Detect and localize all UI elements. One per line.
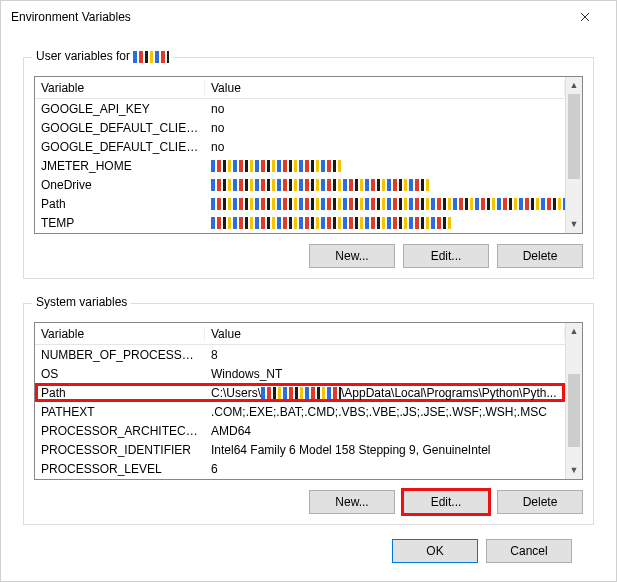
table-row[interactable]: JMETER_HOME [35,156,565,175]
table-row[interactable]: OneDrive [35,175,565,194]
system-list-scrollbar[interactable]: ▲ ▼ [565,323,582,479]
cell-variable: PROCESSOR_ARCHITECTURE [35,424,205,438]
scroll-track[interactable] [566,340,582,462]
cell-value: 8 [205,348,565,362]
user-header-variable[interactable]: Variable [35,81,205,95]
cell-variable: NUMBER_OF_PROCESSORS [35,348,205,362]
scroll-track[interactable] [566,94,582,216]
table-row[interactable]: Path [35,194,565,213]
user-button-row: New... Edit... Delete [34,244,583,268]
system-delete-button[interactable]: Delete [497,490,583,514]
table-row[interactable]: PROCESSOR_LEVEL6 [35,459,565,478]
cell-value: 6 [205,462,565,476]
cell-value: no [205,121,565,135]
table-row[interactable]: PROCESSOR_ARCHITECTUREAMD64 [35,421,565,440]
cell-variable: OneDrive [35,178,205,192]
cell-variable: TEMP [35,216,205,230]
scroll-thumb[interactable] [568,94,580,179]
cell-value: Intel64 Family 6 Model 158 Stepping 9, G… [205,443,565,457]
system-variables-list[interactable]: Variable Value NUMBER_OF_PROCESSORS8OSWi… [34,322,583,480]
system-edit-button[interactable]: Edit... [403,490,489,514]
system-header-value[interactable]: Value [205,327,565,341]
cell-value: Windows_NT [205,367,565,381]
system-variables-legend: System variables [32,295,131,309]
cell-variable: OS [35,367,205,381]
cell-value: C:\Users\\AppData\Local\Programs\Python\… [205,386,565,400]
cancel-button[interactable]: Cancel [486,539,572,563]
titlebar: Environment Variables [1,1,616,33]
user-list-scrollbar[interactable]: ▲ ▼ [565,77,582,233]
scroll-up-icon[interactable]: ▲ [566,323,582,340]
cell-variable: PROCESSOR_LEVEL [35,462,205,476]
user-variables-legend: User variables for [32,49,173,63]
scroll-up-icon[interactable]: ▲ [566,77,582,94]
user-legend-prefix: User variables for [36,49,133,63]
cell-variable: GOOGLE_API_KEY [35,102,205,116]
close-icon[interactable] [564,3,606,31]
table-row[interactable]: GOOGLE_DEFAULT_CLIENT_...no [35,137,565,156]
system-button-row: New... Edit... Delete [34,490,583,514]
user-variables-list[interactable]: Variable Value GOOGLE_API_KEYnoGOOGLE_DE… [34,76,583,234]
user-new-button[interactable]: New... [309,244,395,268]
cell-variable: Path [35,386,205,400]
table-row[interactable]: PathC:\Users\\AppData\Local\Programs\Pyt… [35,383,565,402]
system-header-variable[interactable]: Variable [35,327,205,341]
env-vars-dialog: Environment Variables User variables for… [0,0,617,582]
table-row[interactable]: TEMP [35,213,565,232]
cell-variable: GOOGLE_DEFAULT_CLIENT_... [35,140,205,154]
cell-value [205,178,565,192]
table-row[interactable]: GOOGLE_DEFAULT_CLIENT_IDno [35,118,565,137]
table-row[interactable]: PATHEXT.COM;.EXE;.BAT;.CMD;.VBS;.VBE;.JS… [35,402,565,421]
cell-value: no [205,140,565,154]
dialog-content: User variables for Variable Value GOOGLE… [1,33,616,581]
user-header-value[interactable]: Value [205,81,565,95]
table-row[interactable]: GOOGLE_API_KEYno [35,99,565,118]
system-list-header[interactable]: Variable Value [35,323,565,345]
cell-variable: PROCESSOR_IDENTIFIER [35,443,205,457]
table-row[interactable]: NUMBER_OF_PROCESSORS8 [35,345,565,364]
ok-button[interactable]: OK [392,539,478,563]
scroll-down-icon[interactable]: ▼ [566,216,582,233]
cell-variable: Path [35,197,205,211]
system-new-button[interactable]: New... [309,490,395,514]
window-title: Environment Variables [11,10,564,24]
cell-variable: PATHEXT [35,405,205,419]
user-list-header[interactable]: Variable Value [35,77,565,99]
redacted-value [211,160,341,172]
username-redacted [133,51,169,63]
user-variables-group: User variables for Variable Value GOOGLE… [23,57,594,279]
cell-value: AMD64 [205,424,565,438]
redacted-value [211,198,565,210]
cell-value [205,216,565,230]
redacted-value [211,217,451,229]
cell-variable: GOOGLE_DEFAULT_CLIENT_ID [35,121,205,135]
system-variables-group: System variables Variable Value NUMBER_O… [23,303,594,525]
table-row[interactable]: PROCESSOR_IDENTIFIERIntel64 Family 6 Mod… [35,440,565,459]
redacted-value [211,179,431,191]
table-row[interactable]: OSWindows_NT [35,364,565,383]
cell-variable: JMETER_HOME [35,159,205,173]
scroll-down-icon[interactable]: ▼ [566,462,582,479]
cell-value: .COM;.EXE;.BAT;.CMD;.VBS;.VBE;.JS;.JSE;.… [205,405,565,419]
redacted-value [261,387,341,399]
user-delete-button[interactable]: Delete [497,244,583,268]
dialog-footer: OK Cancel [23,525,594,563]
scroll-thumb[interactable] [568,374,580,447]
cell-value: no [205,102,565,116]
user-edit-button[interactable]: Edit... [403,244,489,268]
cell-value [205,197,565,211]
cell-value [205,159,565,173]
